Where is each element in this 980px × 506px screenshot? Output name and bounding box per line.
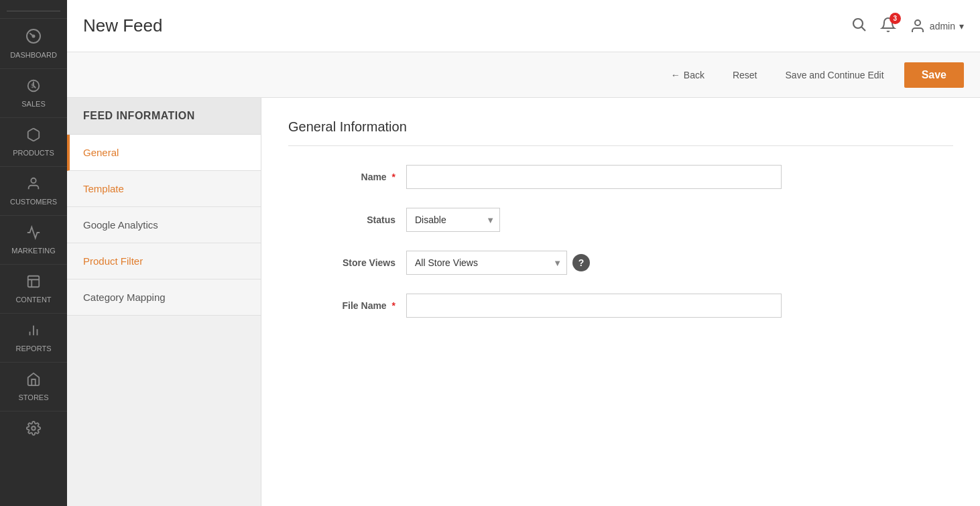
user-name: admin [930,21,955,31]
sidebar-item-stores-label: STORES [18,393,48,401]
content-icon [26,274,41,293]
sidebar-item-marketing[interactable]: MARKETING [0,215,67,264]
status-select-wrap: Disable Enable ▼ [406,208,500,232]
name-input[interactable] [406,165,782,189]
sidebar-item-system[interactable] [0,411,67,452]
file-name-required-indicator: * [392,300,395,311]
left-nav-item-category-mapping[interactable]: Category Mapping [67,279,261,316]
file-name-input[interactable] [406,294,782,318]
sidebar-item-dashboard-label: DASHBOARD [10,51,57,59]
file-name-label: File Name * [288,300,395,311]
reset-button[interactable]: Reset [725,64,765,86]
name-field-row: Name * [288,165,953,189]
store-views-select[interactable]: All Store Views [406,251,567,275]
save-continue-label: Save and Continue Edit [786,70,884,80]
sidebar-item-customers[interactable]: CUSTOMERS [0,166,67,215]
back-label: Back [684,70,705,80]
left-nav-item-google-analytics[interactable]: Google Analytics [67,207,261,243]
left-nav-item-general[interactable]: General [67,135,261,171]
save-label: Save [922,69,946,80]
back-arrow-icon: ← [671,70,680,80]
form-divider [288,145,953,146]
sidebar-item-sales[interactable]: $ SALES [0,68,67,117]
status-field-row: Status Disable Enable ▼ [288,208,953,232]
user-menu[interactable]: admin ▾ [910,18,964,34]
svg-point-4 [31,178,36,183]
store-views-field-row: Store Views All Store Views ▼ ? [288,251,953,275]
products-icon [26,127,41,146]
name-label: Name * [288,172,395,182]
status-select-wrapper: Disable Enable ▼ [406,208,500,232]
sidebar-top-divider [7,11,60,11]
sidebar-item-content-label: CONTENT [15,296,51,304]
header-actions: 3 admin ▾ [851,16,964,36]
left-nav-item-general-label: General [83,147,119,158]
sidebar-item-reports[interactable]: REPORTS [0,313,67,362]
svg-line-11 [861,27,865,31]
sidebar-item-content[interactable]: CONTENT [0,264,67,313]
svg-rect-5 [28,276,40,288]
back-button[interactable]: ← Back [663,64,713,86]
reports-icon [26,323,41,342]
svg-text:$: $ [31,83,34,89]
sidebar-item-products[interactable]: PRODUCTS [0,117,67,166]
left-nav-item-product-filter[interactable]: Product Filter [67,243,261,279]
file-name-field-row: File Name * [288,294,953,318]
content-area: FEED INFORMATION General Template Google… [67,98,980,506]
svg-point-12 [915,20,920,25]
page-header: New Feed 3 admin [67,0,980,52]
store-views-select-wrapper: All Store Views ▼ [406,251,567,275]
svg-point-10 [853,19,863,28]
left-nav-item-template-label: Template [83,183,124,194]
left-nav-item-google-analytics-label: Google Analytics [83,219,158,231]
user-dropdown-icon: ▾ [959,21,964,31]
system-icon [26,421,41,440]
sidebar-item-marketing-label: MARKETING [11,247,55,255]
left-nav-item-category-mapping-label: Category Mapping [83,292,166,303]
svg-point-9 [32,426,36,430]
left-nav-section-title: FEED INFORMATION [67,98,261,135]
save-button[interactable]: Save [904,62,964,88]
sidebar-item-stores[interactable]: STORES [0,362,67,411]
sidebar-item-customers-label: CUSTOMERS [10,198,57,206]
sales-icon: $ [26,78,41,97]
name-required-indicator: * [392,172,395,182]
store-views-label: Store Views [288,257,395,268]
notification-bell[interactable]: 3 [880,17,896,36]
form-section-title: General Information [288,119,953,135]
action-toolbar: ← Back Reset Save and Continue Edit Save [67,52,980,98]
store-views-select-wrap: All Store Views ▼ ? [406,251,590,275]
status-select[interactable]: Disable Enable [406,208,500,232]
form-area: General Information Name * Status [261,98,980,506]
save-continue-button[interactable]: Save and Continue Edit [778,64,892,86]
notification-count: 3 [890,13,901,24]
marketing-icon [26,225,41,244]
sidebar-item-reports-label: REPORTS [16,344,52,353]
main-area: New Feed 3 admin [67,0,980,506]
reset-label: Reset [733,70,757,80]
status-label: Status [288,214,395,225]
page-title: New Feed [83,15,163,36]
sidebar-item-products-label: PRODUCTS [13,149,54,157]
stores-icon [26,372,41,391]
svg-point-1 [33,36,35,38]
store-views-help-icon[interactable]: ? [572,254,590,271]
user-avatar-icon [910,18,926,34]
left-nav-item-product-filter-label: Product Filter [83,255,143,267]
sidebar: DASHBOARD $ SALES PRODUCTS CUSTOMERS [0,0,67,506]
sidebar-item-dashboard[interactable]: DASHBOARD [0,18,67,68]
left-navigation: FEED INFORMATION General Template Google… [67,98,261,506]
sidebar-item-sales-label: SALES [21,100,45,108]
dashboard-icon [25,28,42,48]
left-nav-item-template[interactable]: Template [67,171,261,207]
search-icon[interactable] [851,16,867,36]
customers-icon [26,176,41,195]
